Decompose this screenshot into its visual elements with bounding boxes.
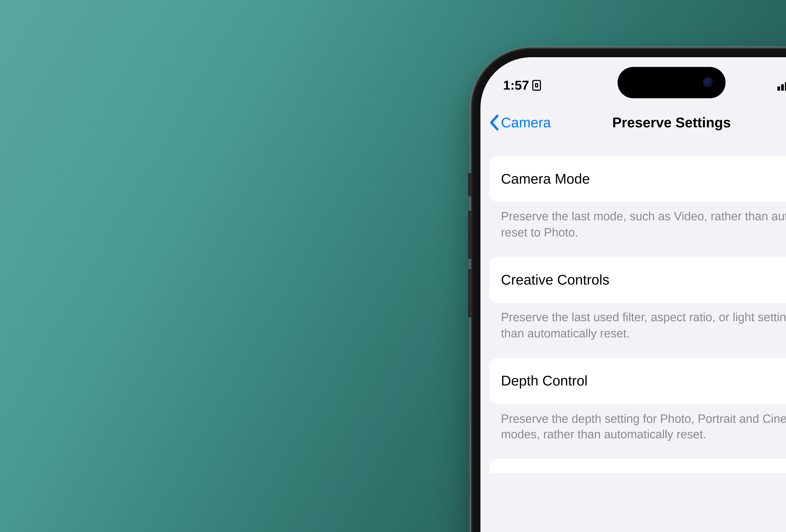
setting-group-creative-controls: Creative Controls Preserve the last used… bbox=[489, 257, 786, 342]
dynamic-island bbox=[618, 67, 726, 98]
chevron-left-icon bbox=[488, 114, 500, 131]
setting-row-next bbox=[489, 459, 786, 473]
back-button[interactable]: Camera bbox=[488, 114, 551, 131]
setting-group-camera-mode: Camera Mode Preserve the last mode, such… bbox=[489, 156, 786, 240]
setting-row-creative-controls: Creative Controls bbox=[489, 257, 786, 303]
mute-switch bbox=[468, 173, 472, 196]
setting-label: Camera Mode bbox=[501, 170, 590, 187]
settings-list: Camera Mode Preserve the last mode, such… bbox=[480, 141, 786, 473]
setting-label: Depth Control bbox=[501, 373, 587, 389]
setting-footer: Preserve the depth setting for Photo, Po… bbox=[489, 404, 786, 443]
setting-footer: Preserve the last used filter, aspect ra… bbox=[489, 303, 786, 342]
navigation-bar: Camera Preserve Settings bbox=[480, 103, 786, 141]
phone-frame: 1:57 86 bbox=[472, 49, 786, 532]
setting-footer: Preserve the last mode, such as Video, r… bbox=[489, 202, 786, 240]
sim-icon bbox=[532, 80, 541, 91]
back-label: Camera bbox=[501, 114, 551, 131]
screen: 1:57 86 bbox=[480, 57, 786, 532]
cellular-signal-icon bbox=[777, 80, 786, 91]
page-title: Preserve Settings bbox=[612, 114, 731, 131]
setting-group-depth-control: Depth Control Preserve the depth setting… bbox=[489, 358, 786, 443]
volume-up-button bbox=[468, 210, 472, 259]
status-time: 1:57 bbox=[503, 78, 529, 93]
setting-row-depth-control: Depth Control bbox=[489, 358, 786, 404]
setting-row-camera-mode: Camera Mode bbox=[489, 156, 786, 202]
volume-down-button bbox=[468, 269, 472, 318]
setting-label: Creative Controls bbox=[501, 272, 609, 288]
